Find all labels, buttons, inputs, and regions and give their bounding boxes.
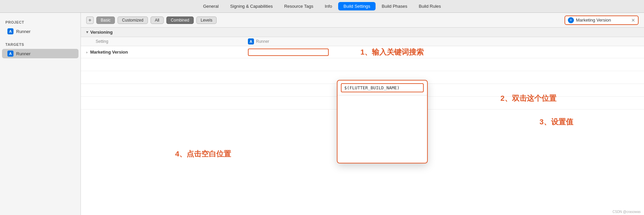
project-section-label: PROJECT: [0, 18, 80, 26]
tab-build-phases[interactable]: Build Phases: [376, 2, 413, 10]
annotation-step3: 3、设置值: [540, 117, 573, 127]
popup-dropdown: [337, 80, 428, 163]
col-runner-label: Runner: [256, 39, 269, 44]
tab-resource-tags[interactable]: Resource Tags: [279, 2, 319, 10]
runner-col-icon: A: [248, 38, 254, 44]
watermark: CSDN @crasowas: [612, 210, 641, 214]
settings-area: ▾ Versioning Setting A Runner › Marketin…: [81, 28, 644, 215]
popup-list: [337, 95, 427, 163]
sidebar-target-runner[interactable]: A Runner: [2, 49, 78, 58]
search-box: ≡ Marketing Version ✕: [565, 16, 639, 25]
basic-filter-btn[interactable]: Basic: [96, 17, 115, 24]
annotation-step1: 1、输入关键词搜索: [360, 47, 424, 57]
runner-target-icon: A: [7, 51, 13, 57]
popup-value-input[interactable]: [341, 83, 424, 92]
main-layout: PROJECT A Runner TARGETS A Runner + Basi…: [0, 13, 644, 215]
col-header-setting: Setting: [86, 39, 248, 44]
value-cell: [248, 49, 639, 56]
popup-input-row: [337, 81, 427, 95]
sidebar: PROJECT A Runner TARGETS A Runner: [0, 13, 81, 215]
targets-section-label: TARGETS: [0, 40, 80, 49]
tab-bar: General Signing & Capabilities Resource …: [0, 0, 644, 13]
sidebar-target-runner-label: Runner: [16, 51, 31, 56]
content-area: + Basic Customized All Combined Levels ≡…: [81, 13, 644, 215]
empty-row-1: [81, 58, 644, 71]
annotation-step2: 2、双击这个位置: [501, 93, 556, 103]
levels-filter-btn[interactable]: Levels: [196, 17, 217, 24]
customized-filter-btn[interactable]: Customized: [118, 17, 148, 24]
tab-info[interactable]: Info: [319, 2, 337, 10]
col-header-runner: A Runner: [248, 38, 639, 44]
tab-general[interactable]: General: [198, 2, 224, 10]
search-clear-button[interactable]: ✕: [631, 18, 635, 23]
add-button[interactable]: +: [86, 17, 94, 24]
marketing-version-label: › Marketing Version: [86, 50, 248, 55]
section-title: Versioning: [90, 30, 112, 35]
sidebar-project-runner[interactable]: A Runner: [2, 27, 78, 36]
tab-build-settings[interactable]: Build Settings: [338, 2, 376, 10]
table-header-row: Setting A Runner: [81, 37, 644, 46]
section-chevron-icon: ▾: [86, 30, 88, 34]
row-chevron-icon: ›: [86, 50, 88, 54]
tab-build-rules[interactable]: Build Rules: [413, 2, 446, 10]
annotation-step4: 4、点击空白位置: [175, 149, 231, 159]
tab-signing[interactable]: Signing & Capabilities: [225, 2, 278, 10]
marketing-version-input[interactable]: [248, 49, 329, 56]
combined-filter-btn[interactable]: Combined: [166, 17, 194, 24]
all-filter-btn[interactable]: All: [151, 17, 164, 24]
filter-bar: + Basic Customized All Combined Levels ≡…: [81, 13, 644, 28]
section-versioning-header: ▾ Versioning: [81, 28, 644, 37]
search-value-text: Marketing Version: [576, 18, 629, 23]
runner-project-icon: A: [7, 28, 13, 34]
sidebar-project-runner-label: Runner: [16, 29, 31, 34]
search-icon: ≡: [568, 17, 574, 23]
